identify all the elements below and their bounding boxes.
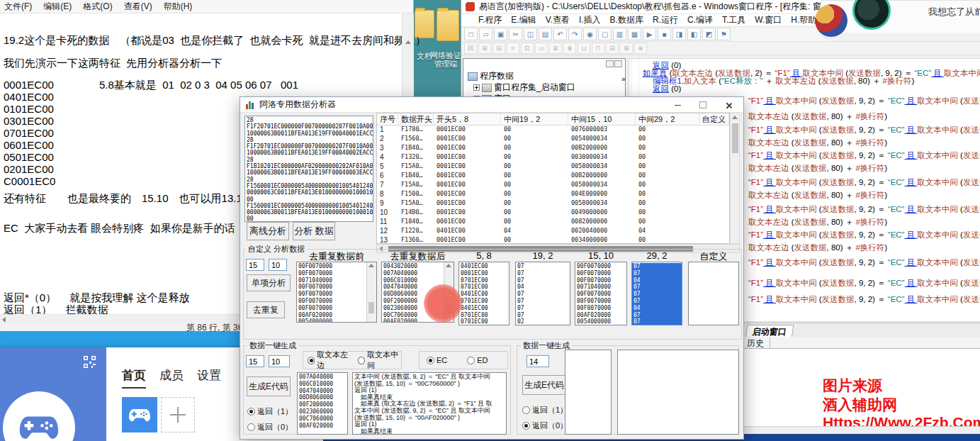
radio-return-1[interactable] (247, 408, 255, 415)
toolbar-icon[interactable]: ▥ (613, 28, 626, 40)
table-row[interactable]: 9F15A0…0001EC0000005800003400 (377, 199, 729, 208)
list-item[interactable]: 0701EC00 (461, 277, 509, 284)
toolbar-icon[interactable]: ↷ (568, 28, 582, 40)
list-item[interactable]: 00F0070000 (298, 270, 376, 277)
menu-item[interactable]: 查看(V) (124, 1, 152, 13)
menu-item[interactable]: F.程序 (478, 14, 502, 26)
list-item[interactable]: 07 (517, 305, 570, 312)
toolbar-icon[interactable]: ◨ (672, 28, 686, 40)
radio-label[interactable]: EC (437, 356, 447, 364)
list-item[interactable]: 07 (632, 284, 682, 291)
scroll-thumb[interactable] (732, 123, 738, 153)
menu-item[interactable]: C.编译 (687, 14, 713, 26)
custom-field-listbox[interactable] (688, 262, 739, 325)
column-header[interactable]: 中间19，2 (501, 113, 568, 125)
list-item[interactable]: 07 (517, 312, 570, 319)
return1-radio-row[interactable]: 返回（1） (247, 405, 293, 418)
radio-return-0[interactable] (247, 423, 255, 431)
minimize-button[interactable] (665, 97, 689, 113)
list-item[interactable]: 00D8060000 (299, 394, 347, 401)
list-item[interactable]: 007A040000 (299, 374, 347, 381)
scroll-left-icon[interactable] (2, 317, 6, 323)
fold-marker-icon[interactable]: » (621, 75, 626, 83)
toolbar-icon[interactable]: ≣ (549, 43, 562, 54)
column-header[interactable]: 自定义 (699, 113, 729, 125)
toolbar-icon[interactable]: ▦ (628, 28, 641, 40)
single-analyze-button[interactable]: 单项分析 (247, 274, 291, 291)
list-item[interactable]: 0401EC00 (461, 263, 509, 270)
column-header[interactable]: 数据开头 (398, 113, 434, 125)
menu-item[interactable]: I.插入 (579, 14, 601, 26)
toolbar-icon[interactable]: ≡ (507, 43, 519, 54)
avatar[interactable] (815, 4, 847, 37)
field-19-2-listbox[interactable]: 0707070407070707020000 (515, 262, 570, 325)
field-15-10-listbox[interactable]: 00F007000000F007000000F00700000071040000… (575, 262, 627, 325)
menu-item[interactable]: T.工具 (722, 14, 745, 26)
radio-return-0[interactable] (522, 422, 530, 430)
list-item[interactable]: 07 (517, 263, 570, 270)
list-item[interactable]: 00F0070000 (298, 284, 376, 291)
toolbar-icon[interactable]: ↶ (553, 28, 567, 40)
panel-float-icon[interactable] (606, 60, 614, 67)
list-item[interactable]: 07 (517, 270, 570, 277)
list-item[interactable]: 07 (517, 298, 570, 305)
return0-radio-row[interactable]: 返回（0） (247, 420, 293, 433)
menu-item[interactable]: E.编辑 (511, 14, 536, 26)
list-item[interactable]: 00F0070000 (298, 263, 376, 270)
toolbar-icon[interactable]: ⊞ (620, 43, 633, 54)
game-tile[interactable] (122, 397, 157, 432)
toolbar-icon[interactable]: ⊔ (578, 43, 590, 54)
list-item[interactable]: 00AF020000 (298, 312, 376, 319)
column-header[interactable]: 中间29，2 (636, 113, 699, 125)
list-item[interactable]: 00F2000000 (299, 401, 347, 408)
list-item[interactable]: 0023060000 (299, 408, 347, 415)
gen-length-input[interactable]: 10 (269, 355, 290, 367)
list-item[interactable]: 0071040000 (577, 284, 626, 291)
tab-settings[interactable]: 设置 (197, 367, 221, 384)
radio-label[interactable]: 取文本左边 (317, 350, 351, 371)
toolbar-icon[interactable]: □ (464, 28, 478, 40)
offset1-input[interactable]: 15 (246, 259, 264, 271)
table-row[interactable]: 10F14B0…0001EC0000004900000000 (377, 208, 729, 218)
generate-ecode-button-right[interactable]: 生成E代码 (522, 375, 566, 395)
table-row[interactable]: 12F1220…0401EC0004002004000004 (377, 227, 729, 236)
list-item[interactable]: 0701EC00 (461, 312, 509, 319)
toolbar-icon[interactable]: ◫ (524, 28, 537, 40)
list-item[interactable]: 07 (632, 312, 682, 319)
list-item[interactable]: 00F0070000 (577, 305, 626, 312)
list-item[interactable]: 00F0070000 (577, 291, 626, 298)
radio-ed[interactable] (467, 357, 475, 364)
toolbar-icon[interactable]: ⊓ (592, 43, 604, 54)
list-item[interactable]: 0001EC00 (461, 270, 509, 277)
menu-item[interactable]: 文件(F) (4, 1, 32, 13)
list-item[interactable]: 00AF020000 (299, 423, 347, 430)
table-row[interactable]: 6F1B40…0001EC000000B200000000 (377, 172, 729, 181)
list-item[interactable]: 0054000000 (298, 318, 376, 323)
list-item[interactable]: 07 (632, 291, 682, 298)
menu-item[interactable]: W.窗口 (755, 14, 782, 26)
list-item[interactable]: 07 (517, 291, 570, 298)
generate-ecode-button[interactable]: 生成E代码 (247, 376, 291, 396)
list-item[interactable]: 04 (632, 277, 682, 284)
table-row[interactable]: 1F1780…0001EC0000007600000300 (377, 125, 729, 135)
menu-item[interactable]: 编辑(E) (43, 1, 72, 13)
toolbar-icon[interactable]: ⊡ (521, 43, 534, 54)
table-row[interactable]: 2F1560…0001EC0000005400003400 (377, 135, 729, 144)
toolbar-icon[interactable]: ⊟ (492, 43, 505, 54)
list-item[interactable]: 0701EC00 (461, 318, 509, 325)
list-item[interactable]: 00AF020000 (577, 312, 626, 319)
toolbar-icon[interactable]: ▣ (494, 28, 507, 40)
gen-values-listbox[interactable]: 007A040000006C010000004704000000D8060000… (297, 372, 348, 435)
list-item[interactable]: 00F0070000 (298, 305, 376, 312)
column-header[interactable]: 开头5，8 (434, 113, 501, 125)
toolbar-icon[interactable]: ◧ (687, 28, 701, 40)
list-item[interactable]: 04 (517, 284, 570, 291)
dedup-button[interactable]: 去重复 (247, 301, 285, 318)
list-item[interactable]: 04 (632, 305, 682, 312)
result-table[interactable]: 序号数据开头开头5，8中间19，2中间15，10中间29，2自定义1F1780…… (376, 113, 730, 244)
menu-item[interactable]: H.帮助 (791, 14, 816, 26)
gen-offset-input[interactable]: 15 (246, 355, 264, 367)
radio-label[interactable]: 取文本中间 (367, 350, 401, 371)
tree-root[interactable]: 程序数据 (468, 70, 514, 82)
list-item[interactable]: 0047040000 (299, 388, 347, 395)
